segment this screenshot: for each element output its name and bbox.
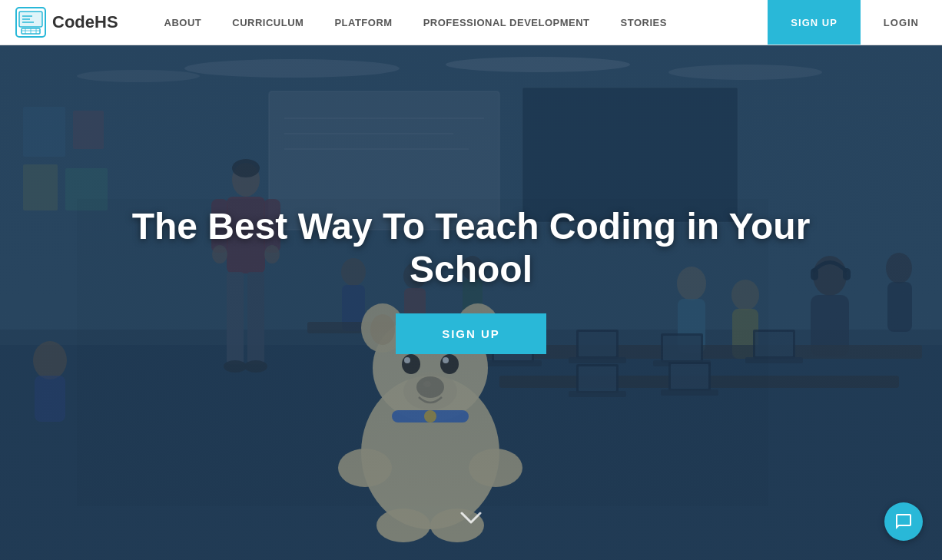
login-button-nav[interactable]: LOGIN [861, 0, 942, 45]
hero-content: The Best Way To Teach Coding in Your Sch… [125, 205, 817, 353]
nav-item-stories[interactable]: STORIES [605, 0, 682, 45]
nav-item-curriculum[interactable]: CURRICULUM [217, 0, 319, 45]
navbar-nav: ABOUT CURRICULUM PLATFORM PROFESSIONAL D… [149, 0, 768, 45]
logo-icon [15, 7, 46, 38]
chat-bubble[interactable] [884, 502, 923, 541]
chat-icon [894, 512, 913, 531]
chevron-down-icon [457, 504, 485, 532]
logo[interactable]: CodeHS [0, 7, 134, 38]
hero-title: The Best Way To Teach Coding in Your Sch… [125, 205, 817, 290]
signup-button-nav[interactable]: SIGN UP [768, 0, 860, 45]
logo-text: CodeHS [52, 12, 118, 32]
hero-section: The Best Way To Teach Coding in Your Sch… [0, 45, 942, 560]
hero-signup-button[interactable]: SIGN UP [396, 313, 546, 354]
nav-item-about[interactable]: ABOUT [149, 0, 217, 45]
scroll-down-indicator[interactable] [457, 504, 485, 537]
navbar-actions: SIGN UP LOGIN [768, 0, 942, 45]
nav-item-platform[interactable]: PLATFORM [319, 0, 407, 45]
nav-item-professional-development[interactable]: PROFESSIONAL DEVELOPMENT [408, 0, 605, 45]
navbar: CodeHS ABOUT CURRICULUM PLATFORM PROFESS… [0, 0, 942, 45]
